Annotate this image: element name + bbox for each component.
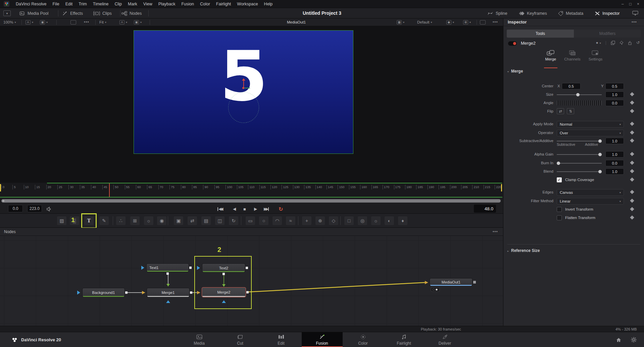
tool-tab-merge[interactable]: Merge: [545, 50, 556, 68]
angle-value-field[interactable]: 0.0: [605, 100, 624, 106]
tool-polygon-mask-icon[interactable]: ◠: [273, 216, 282, 225]
merge-section-header[interactable]: ▾Merge: [507, 69, 523, 74]
node-color-dot-icon[interactable]: ●▾: [596, 40, 601, 45]
reference-size-section[interactable]: ▸Reference Size: [507, 248, 540, 253]
menu-davinci-resolve[interactable]: DaVinci Resolve: [13, 0, 49, 8]
lock-icon[interactable]: [628, 41, 632, 45]
tool-color-corrector-icon[interactable]: ☼: [144, 216, 153, 225]
flip-vertical-button[interactable]: ⇅: [567, 108, 574, 114]
maximize-icon[interactable]: □: [629, 2, 632, 6]
effects-button[interactable]: Effects: [62, 8, 83, 18]
operator-dropdown[interactable]: Over▾: [557, 130, 624, 136]
menu-timeline[interactable]: Timeline: [90, 0, 112, 8]
menu-color[interactable]: Color: [197, 0, 213, 8]
viewer-options-button[interactable]: •••: [84, 18, 89, 26]
tool-merge-3d-icon[interactable]: ♦: [398, 216, 407, 225]
node-graph[interactable]: Background1Merge1Merge2Text1Text2MediaOu…: [0, 236, 503, 326]
range-in-field[interactable]: 0.0: [8, 205, 23, 212]
menu-mark[interactable]: Mark: [125, 0, 140, 8]
keyframe-diamond-icon[interactable]: [630, 122, 634, 126]
keyframe-diamond-icon[interactable]: [630, 161, 634, 165]
viewer-subview-button[interactable]: ▣▾: [40, 18, 48, 26]
keyframe-diamond-icon[interactable]: [630, 177, 634, 182]
page-tab-edit[interactable]: Edit: [261, 332, 302, 347]
skip-start-button[interactable]: ◀◀: [217, 204, 222, 214]
node-mediaout1[interactable]: MediaOut1: [430, 278, 473, 286]
tool-renderer-3d-icon[interactable]: ◐: [385, 216, 394, 225]
menu-help[interactable]: Help: [261, 0, 276, 8]
keyframe-diamond-icon[interactable]: [630, 92, 634, 96]
menu-fusion[interactable]: Fusion: [178, 0, 197, 8]
page-tab-deliver[interactable]: Deliver: [425, 332, 465, 347]
tool-delta-keyer-icon[interactable]: ◫: [215, 216, 225, 225]
blend-slider[interactable]: [557, 171, 602, 172]
keyframe-diamond-icon[interactable]: [630, 130, 634, 135]
viewer-layout-button[interactable]: ⊞▾: [463, 18, 471, 26]
clamp-coverage-checkbox[interactable]: ✓: [557, 177, 562, 182]
transform-widget-center[interactable]: [242, 87, 244, 89]
keyframe-diamond-icon[interactable]: [630, 207, 634, 211]
viewer-more-button[interactable]: •••: [493, 18, 498, 26]
page-tab-color[interactable]: Color: [343, 332, 384, 347]
tool-ellipse-mask-icon[interactable]: ○: [259, 216, 268, 225]
pin-icon[interactable]: [620, 41, 624, 45]
menu-file[interactable]: File: [49, 0, 62, 8]
viewer-area[interactable]: 5: [0, 26, 503, 183]
transform-widget-x-axis[interactable]: [244, 88, 250, 88]
keyframe-diamond-icon[interactable]: [630, 169, 634, 173]
slider-handle[interactable]: [557, 162, 560, 165]
stop-button[interactable]: ■: [243, 204, 246, 214]
tool-merge-icon[interactable]: ▣: [174, 216, 183, 225]
menu-clip[interactable]: Clip: [112, 0, 125, 8]
nodes-options-button[interactable]: •••: [493, 229, 498, 234]
viewer-channel-button-2[interactable]: A▾: [119, 18, 127, 26]
tool-light-3d-icon[interactable]: ☼: [371, 216, 381, 225]
subtractive-additive-value-field[interactable]: 1.0: [605, 138, 624, 144]
alpha-gain-slider[interactable]: [557, 154, 602, 155]
inspector-button[interactable]: Inspector: [595, 8, 620, 18]
reset-icon[interactable]: ↺: [636, 40, 640, 45]
apply-mode-dropdown[interactable]: Normal▾: [557, 121, 624, 128]
play-reverse-button[interactable]: ◀: [233, 204, 236, 214]
loop-button[interactable]: ↻: [279, 204, 283, 214]
inspector-tab-modifiers[interactable]: Modifiers: [574, 30, 641, 38]
metadata-button[interactable]: Metadata: [558, 8, 583, 18]
inspector-tab-tools[interactable]: Tools: [507, 30, 574, 38]
tool-rectangle-mask-icon[interactable]: ▭: [246, 216, 255, 225]
slider-handle[interactable]: [598, 153, 602, 156]
playhead[interactable]: [109, 183, 110, 197]
angle-thumbwheel[interactable]: [557, 100, 602, 105]
invert-transform-checkbox[interactable]: [557, 207, 562, 212]
tool-transform-icon[interactable]: ↻: [229, 216, 238, 225]
flatten-transform-checkbox[interactable]: [557, 215, 562, 220]
page-tab-fairlight[interactable]: Fairlight: [384, 332, 425, 347]
keyframe-diamond-icon[interactable]: [630, 109, 634, 113]
tool-camera-3d-icon[interactable]: ◎: [358, 216, 367, 225]
tool-shape-3d-icon[interactable]: □: [344, 216, 354, 225]
tool-tab-channels[interactable]: Channels: [564, 50, 581, 68]
minimize-icon[interactable]: –: [622, 2, 624, 6]
home-icon[interactable]: [616, 337, 622, 343]
panel-layout-button[interactable]: [632, 8, 638, 18]
viewer-roi-button[interactable]: [70, 18, 76, 26]
keyframes-button[interactable]: Keyframes: [518, 8, 547, 18]
tool-tracker-icon[interactable]: +: [302, 216, 311, 225]
menu-view[interactable]: View: [140, 0, 155, 8]
viewer-canvas[interactable]: 5: [134, 30, 353, 154]
settings-gear-icon[interactable]: [631, 337, 637, 343]
inspector-options-button[interactable]: •••: [632, 20, 637, 25]
close-icon[interactable]: ×: [637, 2, 639, 6]
center-x-field[interactable]: 0.5: [562, 83, 581, 89]
audio-mute-button[interactable]: [46, 204, 52, 214]
tool-hue-shift-icon[interactable]: ◉: [157, 216, 166, 225]
loop-in-marker[interactable]: [0, 184, 1, 191]
slider-handle[interactable]: [598, 170, 602, 173]
viewer-fit-dropdown[interactable]: Fit▾: [99, 18, 106, 26]
media-pool-button[interactable]: Media Pool: [19, 8, 49, 18]
viewer-grid-toggle[interactable]: ▦▾: [397, 18, 404, 26]
keyframe-diamond-icon[interactable]: [630, 152, 634, 156]
spline-button[interactable]: Spline: [487, 8, 507, 18]
tool-bspline-mask-icon[interactable]: ≈: [286, 216, 295, 225]
range-out-field[interactable]: 223.0: [27, 205, 42, 212]
tool-tab-settings[interactable]: Settings: [589, 50, 603, 68]
